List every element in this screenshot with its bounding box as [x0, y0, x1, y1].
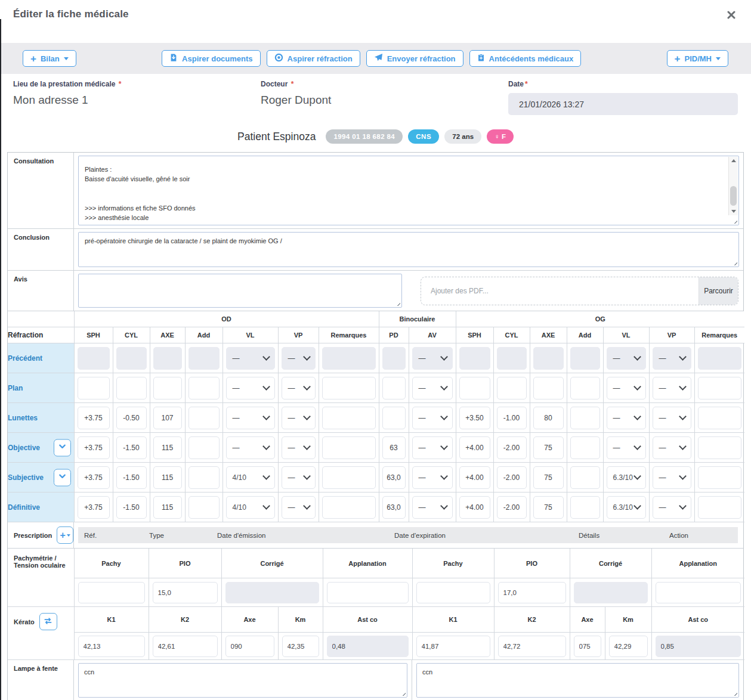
remarques-input[interactable]: [698, 377, 742, 399]
vl-select[interactable]: —: [226, 377, 275, 399]
vp-select[interactable]: —: [282, 377, 316, 399]
vl-select[interactable]: —: [607, 377, 646, 399]
expand-objective-button[interactable]: [54, 439, 71, 456]
vp-select[interactable]: —: [653, 496, 691, 519]
vp-select[interactable]: —: [282, 496, 316, 519]
axe-input[interactable]: [153, 377, 182, 399]
antecedents-medicaux-button[interactable]: Antécédents médicaux: [469, 50, 582, 67]
remarques-input[interactable]: [322, 466, 376, 489]
vl-select[interactable]: —: [607, 407, 646, 429]
browse-button[interactable]: Parcourir: [699, 277, 738, 305]
add-input[interactable]: [188, 466, 220, 489]
vl-select[interactable]: 6.3/10: [607, 466, 646, 489]
av-select[interactable]: —: [412, 466, 453, 489]
sph-input[interactable]: [78, 407, 110, 429]
od-pio-input[interactable]: [153, 582, 218, 603]
og-pio-input[interactable]: [498, 582, 566, 603]
og-applanation-input[interactable]: [656, 582, 741, 603]
sph-input[interactable]: [78, 377, 110, 399]
cyl-input[interactable]: [116, 407, 147, 429]
cyl-input[interactable]: [116, 466, 147, 489]
sph-input[interactable]: [78, 436, 110, 459]
scroll-down-icon[interactable]: [731, 210, 736, 213]
vp-select[interactable]: —: [653, 377, 691, 399]
vl-select[interactable]: —: [226, 407, 275, 429]
av-select[interactable]: —: [412, 496, 453, 519]
cyl-input[interactable]: [116, 377, 147, 399]
lampe-og-textarea[interactable]: ccn: [416, 663, 739, 698]
add-input[interactable]: [188, 496, 220, 519]
axe-input[interactable]: [153, 496, 182, 519]
od-applanation-input[interactable]: [327, 582, 409, 603]
axe-input[interactable]: [533, 377, 564, 399]
add-input[interactable]: [570, 407, 600, 429]
sph-input[interactable]: [78, 466, 110, 489]
vp-select[interactable]: —: [653, 407, 691, 429]
pid-mh-button[interactable]: + PID/MH: [667, 50, 728, 67]
vl-select[interactable]: —: [226, 436, 275, 459]
date-input[interactable]: [508, 93, 738, 115]
close-button[interactable]: [726, 10, 737, 22]
add-input[interactable]: [188, 377, 220, 399]
av-select[interactable]: —: [412, 407, 453, 429]
aspirer-refraction-button[interactable]: Aspirer réfraction: [267, 50, 360, 67]
vl-select[interactable]: 4/10: [226, 496, 275, 519]
envoyer-refraction-button[interactable]: Envoyer réfraction: [366, 50, 463, 67]
add-input[interactable]: [570, 377, 600, 399]
axe-input[interactable]: [153, 466, 182, 489]
sph-input[interactable]: [459, 466, 490, 489]
pd-input[interactable]: [382, 496, 406, 519]
og-k2-input[interactable]: [498, 636, 566, 657]
remarques-input[interactable]: [322, 496, 376, 519]
cyl-input[interactable]: [497, 436, 527, 459]
conclusion-textarea[interactable]: pré-opératoire chirurgie de la cataracte…: [78, 232, 739, 267]
og-k1-input[interactable]: [416, 636, 490, 657]
avis-textarea[interactable]: [78, 274, 402, 308]
pd-input[interactable]: [382, 407, 406, 429]
od-km-input[interactable]: [282, 636, 319, 657]
vl-select[interactable]: 6.3/10: [607, 496, 646, 519]
od-k1-input[interactable]: [78, 636, 145, 657]
bilan-button[interactable]: + Bilan: [23, 50, 76, 67]
vp-select[interactable]: —: [282, 436, 316, 459]
add-input[interactable]: [570, 496, 600, 519]
sph-input[interactable]: [78, 496, 110, 519]
add-input[interactable]: [188, 436, 220, 459]
add-input[interactable]: [570, 466, 600, 489]
sph-input[interactable]: [459, 377, 490, 399]
cyl-input[interactable]: [497, 466, 527, 489]
cyl-input[interactable]: [497, 407, 527, 429]
cyl-input[interactable]: [497, 496, 527, 519]
cyl-input[interactable]: [116, 436, 147, 459]
pd-input[interactable]: [382, 466, 406, 489]
og-km-input[interactable]: [609, 636, 648, 657]
axe-input[interactable]: [533, 436, 564, 459]
axe-input[interactable]: [533, 407, 564, 429]
remarques-input[interactable]: [698, 407, 742, 429]
lampe-od-textarea[interactable]: ccn: [78, 663, 407, 698]
axe-input[interactable]: [153, 407, 182, 429]
expand-subjective-button[interactable]: [54, 469, 71, 486]
vl-select[interactable]: 4/10: [226, 466, 275, 489]
og-pachy-input[interactable]: [416, 582, 490, 603]
vp-select[interactable]: —: [653, 466, 691, 489]
consultation-textarea[interactable]: Plaintes : Baisse d'acuité visuelle, gên…: [78, 156, 739, 225]
sph-input[interactable]: [459, 407, 490, 429]
pd-input[interactable]: [382, 436, 406, 459]
vp-select[interactable]: —: [282, 407, 316, 429]
swap-kerato-button[interactable]: [39, 613, 57, 630]
og-axe-input[interactable]: [574, 636, 601, 657]
av-select[interactable]: —: [412, 436, 453, 459]
od-k2-input[interactable]: [153, 636, 218, 657]
remarques-input[interactable]: [322, 377, 376, 399]
pd-input[interactable]: [382, 377, 406, 399]
add-input[interactable]: [570, 436, 600, 459]
scrollbar[interactable]: [728, 157, 738, 215]
add-input[interactable]: [188, 407, 220, 429]
cyl-input[interactable]: [116, 496, 147, 519]
sph-input[interactable]: [459, 496, 490, 519]
remarques-input[interactable]: [698, 466, 742, 489]
axe-input[interactable]: [533, 466, 564, 489]
remarques-input[interactable]: [322, 407, 376, 429]
axe-input[interactable]: [153, 436, 182, 459]
